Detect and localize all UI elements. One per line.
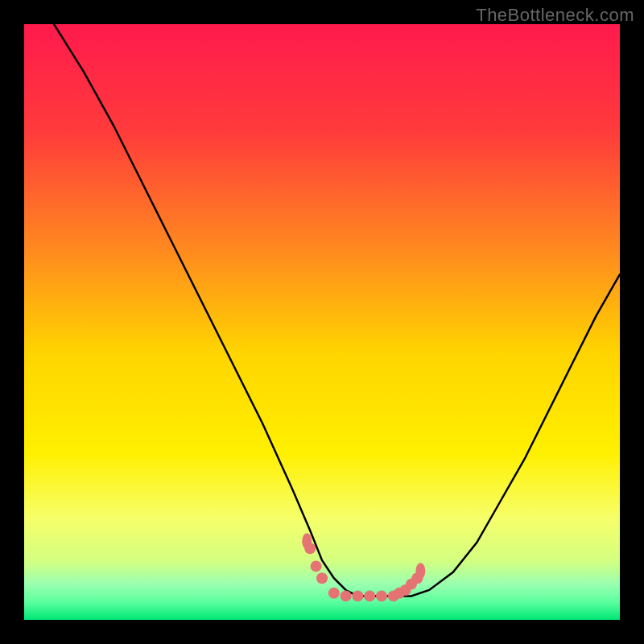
watermark-text: TheBottleneck.com (476, 5, 634, 26)
marker-point (341, 590, 352, 601)
marker-point (316, 572, 328, 584)
marker-point (311, 560, 322, 572)
chart-svg (24, 24, 620, 620)
marker-point (364, 590, 375, 601)
gradient-background (24, 24, 620, 620)
marker-point (352, 590, 363, 601)
marker-dash (415, 563, 425, 579)
marker-point (328, 588, 340, 599)
plot-area (24, 24, 620, 620)
chart-container: TheBottleneck.com (0, 0, 644, 644)
marker-dash (302, 533, 312, 549)
marker-point (376, 590, 387, 601)
